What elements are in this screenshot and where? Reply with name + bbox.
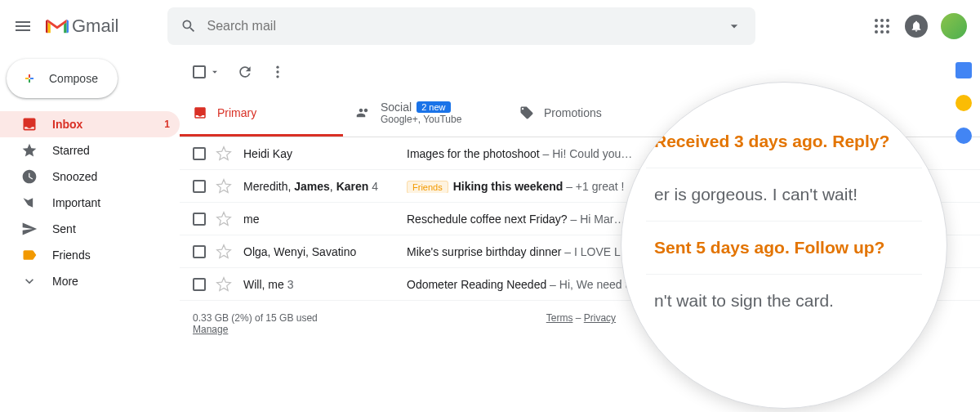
account-avatar[interactable] <box>941 13 967 39</box>
row-sender: Meredith, James, Karen 4 <box>243 180 407 193</box>
svg-point-9 <box>276 66 278 69</box>
tab-promotions[interactable]: Promotions <box>506 92 670 137</box>
nav-label: More <box>52 275 78 288</box>
select-all-checkbox[interactable] <box>193 65 206 78</box>
row-sender: Heidi Kay <box>243 147 407 160</box>
svg-point-1 <box>880 19 884 22</box>
row-checkbox[interactable] <box>193 278 206 291</box>
svg-point-2 <box>886 19 889 22</box>
keep-icon[interactable] <box>956 95 972 111</box>
more-icon[interactable] <box>270 64 286 80</box>
row-sender: Will, me 3 <box>243 278 407 291</box>
important-icon <box>21 195 38 211</box>
label-icon <box>21 247 38 263</box>
apps-icon[interactable] <box>872 16 892 36</box>
tab-promotions-label: Promotions <box>544 106 602 119</box>
tab-primary[interactable]: Primary <box>180 92 343 137</box>
label-tag: Friends <box>407 181 448 193</box>
mag-snippet-2: n't wait to sign the card. <box>654 291 834 310</box>
star-icon[interactable] <box>216 244 232 260</box>
sidebar-item-starred[interactable]: Starred <box>0 137 180 163</box>
right-side-panel <box>947 52 980 379</box>
terms-link[interactable]: Terms <box>546 312 573 324</box>
more-icon <box>21 273 38 289</box>
nudge-followup: Sent 5 days ago. Follow up? <box>654 238 884 257</box>
svg-point-4 <box>880 25 884 28</box>
sidebar: Compose Inbox1StarredSnoozedImportantSen… <box>0 52 180 412</box>
row-checkbox[interactable] <box>193 245 206 258</box>
tab-social-label: Social <box>381 101 412 114</box>
plus-icon <box>20 69 39 88</box>
tab-primary-label: Primary <box>217 106 256 119</box>
compose-label: Compose <box>49 72 98 85</box>
tab-social[interactable]: Social 2 new Google+, YouTube <box>343 92 506 137</box>
social-new-badge: 2 new <box>416 101 450 113</box>
row-checkbox[interactable] <box>193 213 206 226</box>
nav-label: Inbox <box>52 118 82 131</box>
chevron-down-icon[interactable] <box>209 66 220 78</box>
refresh-icon[interactable] <box>237 64 253 80</box>
clock-icon <box>21 168 38 185</box>
nav-label: Important <box>52 196 100 209</box>
sent-icon <box>21 221 38 237</box>
search-input[interactable] <box>207 19 726 34</box>
nav-badge: 1 <box>164 119 170 130</box>
star-icon[interactable] <box>216 178 232 195</box>
sidebar-item-important[interactable]: Important <box>0 190 180 216</box>
star-icon[interactable] <box>216 211 232 227</box>
inbox-icon <box>193 105 207 120</box>
search-bar[interactable] <box>167 7 755 45</box>
calendar-icon[interactable] <box>956 62 972 78</box>
svg-point-5 <box>886 25 889 28</box>
menu-icon[interactable] <box>13 16 33 36</box>
nav-label: Friends <box>52 249 91 262</box>
inbox-icon <box>21 116 38 132</box>
row-sender: me <box>243 213 407 226</box>
search-options-icon[interactable] <box>726 18 742 34</box>
social-subtext: Google+, YouTube <box>381 114 461 125</box>
svg-point-3 <box>875 25 878 28</box>
toolbar <box>180 52 980 92</box>
storage-text: 0.33 GB (2%) of 15 GB used <box>193 312 318 324</box>
svg-point-0 <box>875 19 878 22</box>
sidebar-item-more[interactable]: More <box>0 268 180 294</box>
svg-point-8 <box>886 30 889 34</box>
people-icon <box>356 105 371 120</box>
privacy-link[interactable]: Privacy <box>584 312 616 324</box>
sidebar-item-inbox[interactable]: Inbox1 <box>0 111 180 137</box>
compose-button[interactable]: Compose <box>7 59 118 98</box>
gmail-logo[interactable]: Gmail <box>46 16 118 37</box>
star-icon[interactable] <box>216 276 232 293</box>
row-sender: Olga, Wenyi, Savatino <box>243 245 407 258</box>
manage-link[interactable]: Manage <box>193 324 228 335</box>
star-icon[interactable] <box>216 146 232 162</box>
sidebar-item-friends[interactable]: Friends <box>0 242 180 268</box>
nav-label: Snoozed <box>52 170 97 183</box>
tasks-icon[interactable] <box>956 128 972 144</box>
sidebar-item-sent[interactable]: Sent <box>0 216 180 242</box>
nudge-reply: Received 3 days ago. Reply? <box>654 132 889 150</box>
svg-point-11 <box>276 75 278 78</box>
nav-label: Sent <box>52 222 76 235</box>
mag-snippet-1: er is gorgeous. I can't wait! <box>654 185 858 204</box>
row-checkbox[interactable] <box>193 180 206 193</box>
row-checkbox[interactable] <box>193 147 206 160</box>
star-icon <box>21 142 38 159</box>
magnifier-overlay: Received 3 days ago. Reply? er is gorgeo… <box>621 82 947 409</box>
app-name: Gmail <box>72 16 118 37</box>
tag-icon <box>519 105 534 120</box>
nav-label: Starred <box>52 144 90 157</box>
svg-point-10 <box>276 70 278 73</box>
sidebar-item-snoozed[interactable]: Snoozed <box>0 163 180 190</box>
notifications-icon[interactable] <box>905 15 928 38</box>
svg-point-6 <box>875 30 878 34</box>
header: Gmail <box>0 0 980 52</box>
svg-point-7 <box>880 30 884 34</box>
search-icon <box>180 18 197 34</box>
